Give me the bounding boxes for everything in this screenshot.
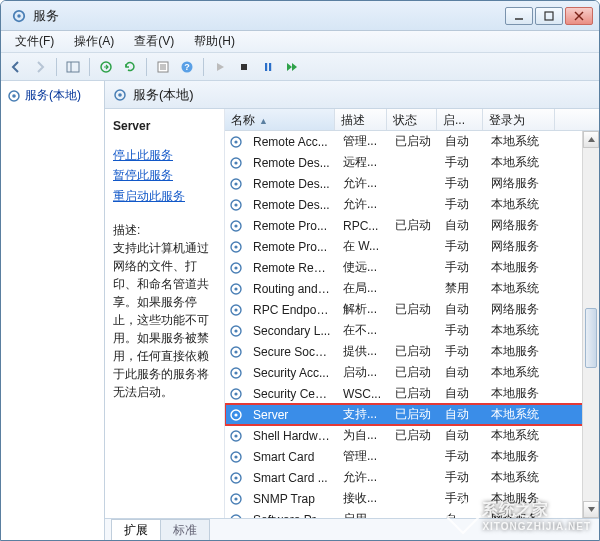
cell-start: 手动 (439, 196, 485, 213)
cell-login: 网络服务 (485, 217, 557, 234)
cell-name: Security Acc... (247, 366, 337, 380)
description-label: 描述: (113, 222, 216, 239)
svg-point-30 (234, 182, 237, 185)
cell-desc: 为自... (337, 427, 389, 444)
cell-name: Remote Regi... (247, 261, 337, 275)
cell-name: SNMP Trap (247, 492, 337, 506)
cell-name: Secure Sock... (247, 345, 337, 359)
gear-icon (229, 471, 243, 485)
watermark-sub: XITONGZHIJIA.NET (482, 521, 591, 532)
col-name-header[interactable]: 名称▲ (225, 109, 335, 130)
gear-icon (229, 261, 243, 275)
export-button[interactable] (95, 56, 117, 78)
service-row[interactable]: Secondary L...在不...手动本地系统 (225, 320, 599, 341)
minimize-button[interactable] (505, 7, 533, 25)
restart-service-button[interactable] (281, 56, 303, 78)
scroll-thumb[interactable] (585, 308, 597, 368)
back-button[interactable] (5, 56, 27, 78)
svg-point-44 (234, 329, 237, 332)
cell-status: 已启动 (389, 406, 439, 423)
start-service-button[interactable] (209, 56, 231, 78)
properties-button[interactable] (152, 56, 174, 78)
gear-icon (229, 240, 243, 254)
cell-status: 已启动 (389, 133, 439, 150)
svg-point-32 (234, 203, 237, 206)
titlebar[interactable]: 服务 (1, 1, 599, 31)
refresh-button[interactable] (119, 56, 141, 78)
close-button[interactable] (565, 7, 593, 25)
service-row[interactable]: Security Acc...启动...已启动自动本地系统 (225, 362, 599, 383)
service-row[interactable]: Remote Pro...在 W...手动网络服务 (225, 236, 599, 257)
scroll-track[interactable] (583, 148, 599, 501)
cell-start: 手动 (439, 469, 485, 486)
col-login-header[interactable]: 登录为 (483, 109, 555, 130)
cell-start: 手动 (439, 322, 485, 339)
app-icon (11, 8, 27, 24)
menu-file[interactable]: 文件(F) (5, 31, 64, 52)
col-status-header[interactable]: 状态 (387, 109, 437, 130)
svg-point-58 (234, 476, 237, 479)
cell-login: 本地系统 (485, 469, 557, 486)
service-row[interactable]: Remote Acc...管理...已启动自动本地系统 (225, 131, 599, 152)
service-row[interactable]: Security Cent...WSC...已启动自动本地服务 (225, 383, 599, 404)
service-row[interactable]: Smart Card ...允许...手动本地系统 (225, 467, 599, 488)
vertical-scrollbar[interactable] (582, 131, 599, 518)
service-row[interactable]: Remote Des...允许...手动网络服务 (225, 173, 599, 194)
cell-start: 手动 (439, 154, 485, 171)
tab-extended[interactable]: 扩展 (111, 519, 161, 540)
stop-service-link[interactable]: 停止此服务 (113, 145, 216, 165)
cell-status: 已启动 (389, 217, 439, 234)
service-row[interactable]: RPC Endpoin...解析...已启动自动网络服务 (225, 299, 599, 320)
cell-login: 本地系统 (485, 406, 557, 423)
service-row[interactable]: Remote Regi...使远...手动本地服务 (225, 257, 599, 278)
show-hide-tree-button[interactable] (62, 56, 84, 78)
service-row[interactable]: Remote Des...允许...手动本地系统 (225, 194, 599, 215)
tab-standard[interactable]: 标准 (160, 519, 210, 540)
body: 服务(本地) 服务(本地) Server 停止此服务 暂停此服务 重启动此服务 … (1, 81, 599, 540)
service-list: 名称▲ 描述 状态 启... 登录为 Remote Acc...管理...已启动… (225, 109, 599, 518)
tree-root-item[interactable]: 服务(本地) (3, 85, 102, 106)
restart-service-link[interactable]: 重启动此服务 (113, 186, 216, 206)
stop-service-button[interactable] (233, 56, 255, 78)
services-window: 服务 文件(F) 操作(A) 查看(V) 帮助(H) ? (0, 0, 600, 541)
cell-name: Software Pro... (247, 513, 337, 519)
service-row[interactable]: Shell Hardwa...为自...已启动自动本地系统 (225, 425, 599, 446)
menu-view[interactable]: 查看(V) (124, 31, 184, 52)
forward-button[interactable] (29, 56, 51, 78)
col-desc-header[interactable]: 描述 (335, 109, 387, 130)
pause-service-button[interactable] (257, 56, 279, 78)
cell-desc: 管理... (337, 448, 389, 465)
gear-icon (229, 198, 243, 212)
cell-desc: 允许... (337, 469, 389, 486)
description-text: 支持此计算机通过网络的文件、打印、和命名管道共享。如果服务停止，这些功能不可用。… (113, 239, 216, 401)
cell-desc: 启用... (337, 511, 389, 518)
svg-text:?: ? (184, 62, 190, 72)
gear-icon (229, 156, 243, 170)
gear-icon (229, 492, 243, 506)
cell-start: 自动 (439, 406, 485, 423)
cell-status: 已启动 (389, 385, 439, 402)
service-row[interactable]: Routing and ...在局...禁用本地系统 (225, 278, 599, 299)
cell-name: Remote Des... (247, 156, 337, 170)
svg-marker-20 (292, 63, 297, 71)
scroll-up-button[interactable] (583, 131, 599, 148)
list-body[interactable]: Remote Acc...管理...已启动自动本地系统Remote Des...… (225, 131, 599, 518)
help-button[interactable]: ? (176, 56, 198, 78)
service-row[interactable]: Smart Card管理...手动本地服务 (225, 446, 599, 467)
service-row[interactable]: Server支持...已启动自动本地系统 (225, 404, 599, 425)
svg-point-42 (234, 308, 237, 311)
cell-login: 本地系统 (485, 196, 557, 213)
menu-action[interactable]: 操作(A) (64, 31, 124, 52)
gear-icon (229, 429, 243, 443)
service-row[interactable]: Remote Des...远程...手动本地系统 (225, 152, 599, 173)
svg-point-54 (234, 434, 237, 437)
cell-start: 手动 (439, 238, 485, 255)
menu-help[interactable]: 帮助(H) (184, 31, 245, 52)
pause-service-link[interactable]: 暂停此服务 (113, 165, 216, 185)
maximize-button[interactable] (535, 7, 563, 25)
service-row[interactable]: Remote Pro...RPC...已启动自动网络服务 (225, 215, 599, 236)
col-start-header[interactable]: 启... (437, 109, 483, 130)
svg-point-60 (234, 497, 237, 500)
svg-point-52 (234, 413, 237, 416)
service-row[interactable]: Secure Sock...提供...已启动手动本地服务 (225, 341, 599, 362)
